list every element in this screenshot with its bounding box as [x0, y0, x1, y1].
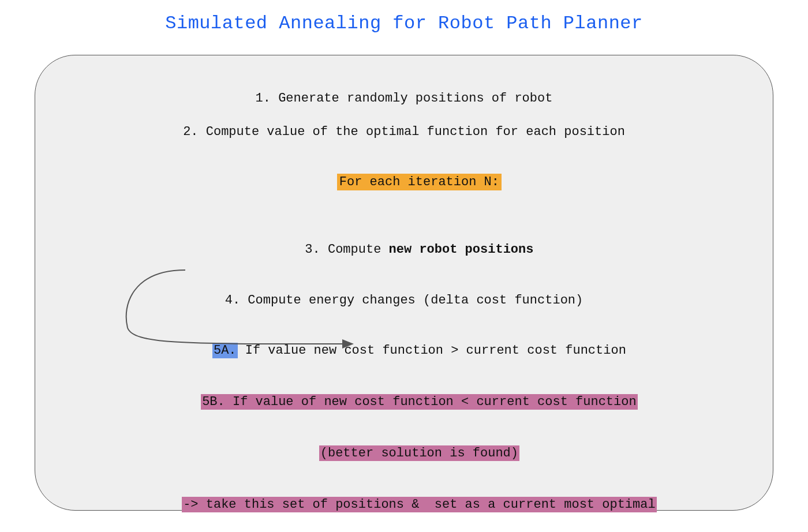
step-3-prefix: 3. Compute: [305, 242, 388, 257]
step-5a: 5A. If value new cost function > current…: [58, 325, 750, 376]
step-5a-tag: 5A.: [212, 343, 238, 358]
loop-header-text: For each iteration N:: [337, 174, 502, 190]
step-5b-line3: -> take this set of positions & set as a…: [58, 479, 750, 530]
step-5b-l1: 5B. If value of new cost function < curr…: [201, 394, 638, 410]
step-5b-l3: -> take this set of positions & set as a…: [182, 497, 657, 512]
step-4: 4. Compute energy changes (delta cost fu…: [58, 292, 750, 309]
diagram-title: Simulated Annealing for Robot Path Plann…: [0, 0, 808, 34]
step-3: 3. Compute new robot positions: [58, 224, 750, 275]
step-5a-rest: If value new cost function > current cos…: [238, 343, 626, 358]
step-2: 2. Compute value of the optimal function…: [58, 123, 750, 141]
loop-header: For each iteration N:: [58, 156, 750, 208]
step-5b-line2: (better solution is found): [58, 428, 750, 479]
step-1: 1. Generate randomly positions of robot: [58, 90, 750, 107]
algorithm-panel: 1. Generate randomly positions of robot …: [35, 55, 773, 511]
step-3-bold: new robot positions: [389, 242, 534, 257]
step-5b-l2: (better solution is found): [319, 445, 519, 461]
step-5b-line1: 5B. If value of new cost function < curr…: [58, 376, 750, 428]
